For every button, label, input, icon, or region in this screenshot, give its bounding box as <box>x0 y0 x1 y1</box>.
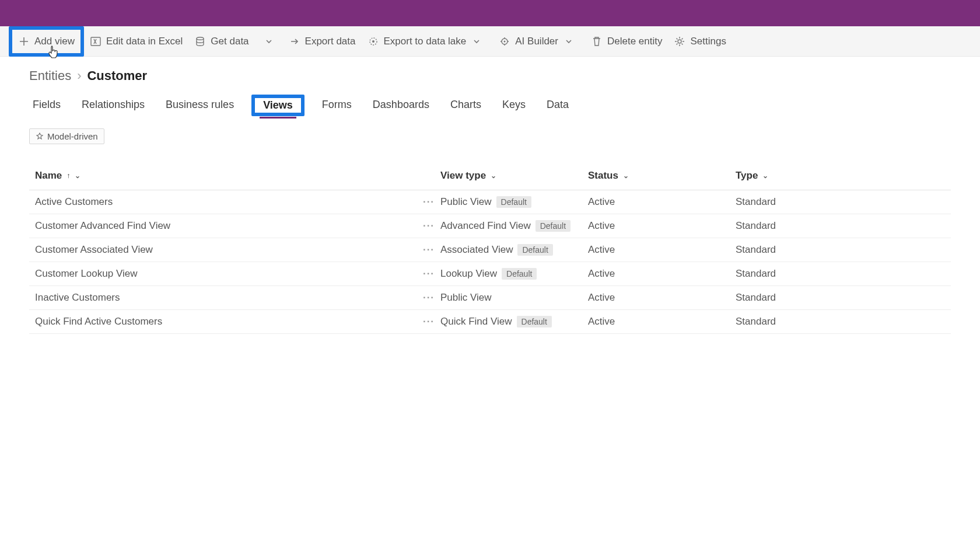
cell-type: Standard <box>736 268 945 280</box>
col-header-status[interactable]: Status ⌄ <box>588 170 736 182</box>
plus-icon <box>18 36 30 47</box>
export-lake-label: Export to data lake <box>384 36 467 47</box>
col-header-type[interactable]: Type ⌄ <box>736 170 945 182</box>
table-row[interactable]: Active Customers···Public ViewDefaultAct… <box>29 190 951 214</box>
breadcrumb-root[interactable]: Entities <box>29 68 71 83</box>
col-header-view-type[interactable]: View type ⌄ <box>440 170 588 182</box>
default-badge: Default <box>496 196 531 208</box>
cell-name[interactable]: Customer Associated View <box>35 244 417 256</box>
svg-point-5 <box>504 40 506 42</box>
delete-entity-label: Delete entity <box>607 36 663 47</box>
app-top-bar <box>0 0 980 26</box>
sort-asc-icon: ↑ <box>66 172 70 180</box>
settings-button[interactable]: Settings <box>668 30 732 53</box>
cell-view-type: Associated ViewDefault <box>440 244 588 256</box>
chevron-down-icon: ⌄ <box>491 172 496 180</box>
tab-forms[interactable]: Forms <box>318 94 355 117</box>
breadcrumb: Entities › Customer <box>29 64 951 89</box>
table-row[interactable]: Customer Advanced Find View···Advanced F… <box>29 214 951 238</box>
cell-name[interactable]: Quick Find Active Customers <box>35 316 417 327</box>
cell-name[interactable]: Customer Lookup View <box>35 268 417 280</box>
cell-status: Active <box>588 244 736 256</box>
row-more-button[interactable]: ··· <box>417 268 440 280</box>
row-more-button[interactable]: ··· <box>417 220 440 232</box>
default-badge: Default <box>517 244 552 256</box>
table-row[interactable]: Quick Find Active Customers···Quick Find… <box>29 310 951 334</box>
row-more-button[interactable]: ··· <box>417 196 440 208</box>
svg-point-6 <box>678 40 681 43</box>
default-badge: Default <box>536 220 570 232</box>
table-row[interactable]: Customer Lookup View···Lookup ViewDefaul… <box>29 262 951 286</box>
excel-icon <box>90 36 102 47</box>
tab-dashboards[interactable]: Dashboards <box>369 94 433 117</box>
cell-view-type: Advanced Find ViewDefault <box>440 220 588 232</box>
cell-type: Standard <box>736 316 945 327</box>
delete-entity-button[interactable]: Delete entity <box>585 30 668 53</box>
filter-chip-label: Model-driven <box>47 131 98 141</box>
col-header-type-label: Type <box>736 170 758 182</box>
lake-icon <box>368 36 379 47</box>
cell-status: Active <box>588 220 736 232</box>
ai-builder-button[interactable]: AI Builder <box>493 30 585 53</box>
col-header-name[interactable]: Name ↑ ⌄ <box>35 170 417 182</box>
tab-charts[interactable]: Charts <box>447 94 485 117</box>
edit-excel-label: Edit data in Excel <box>106 36 183 47</box>
content-area: Entities › Customer Fields Relationships… <box>0 57 980 334</box>
database-icon <box>194 36 206 47</box>
add-view-label: Add view <box>34 36 75 47</box>
row-more-button[interactable]: ··· <box>417 244 440 256</box>
tab-views[interactable]: Views <box>260 95 296 119</box>
settings-label: Settings <box>690 36 726 47</box>
export-data-label: Export data <box>305 36 356 47</box>
col-header-status-label: Status <box>588 170 618 182</box>
svg-point-3 <box>372 40 374 43</box>
tab-keys[interactable]: Keys <box>499 94 529 117</box>
filter-chip-model-driven[interactable]: Model-driven <box>29 128 104 144</box>
ai-icon <box>499 36 510 47</box>
gear-icon <box>674 36 685 47</box>
export-lake-button[interactable]: Export to data lake <box>362 30 494 53</box>
export-data-button[interactable]: Export data <box>283 30 362 53</box>
table-header-row: Name ↑ ⌄ View type ⌄ Status ⌄ Type ⌄ <box>29 170 951 190</box>
tab-fields[interactable]: Fields <box>29 94 64 117</box>
views-table: Name ↑ ⌄ View type ⌄ Status ⌄ Type ⌄ Act… <box>29 170 951 334</box>
cell-status: Active <box>588 196 736 208</box>
cell-type: Standard <box>736 220 945 232</box>
highlight-add-view: Add view <box>9 26 84 57</box>
chevron-down-icon: ⌄ <box>623 172 629 180</box>
tab-relationships[interactable]: Relationships <box>78 94 148 117</box>
edit-excel-button[interactable]: Edit data in Excel <box>84 30 188 53</box>
row-more-button[interactable]: ··· <box>417 316 440 327</box>
cell-status: Active <box>588 316 736 327</box>
tab-data[interactable]: Data <box>543 94 572 117</box>
cell-name[interactable]: Inactive Customers <box>35 292 417 304</box>
cell-view-type: Lookup ViewDefault <box>440 268 588 280</box>
table-row[interactable]: Customer Associated View···Associated Vi… <box>29 238 951 262</box>
default-badge: Default <box>517 316 552 327</box>
cell-name[interactable]: Customer Advanced Find View <box>35 220 417 232</box>
chevron-down-icon <box>471 36 482 47</box>
export-icon <box>289 36 300 47</box>
get-data-split-button[interactable] <box>255 30 283 53</box>
chevron-down-icon <box>563 36 575 47</box>
highlight-views-tab: Views <box>251 95 304 116</box>
row-more-button[interactable]: ··· <box>417 292 440 304</box>
chevron-down-icon: ⌄ <box>762 172 768 180</box>
col-header-name-label: Name <box>35 170 62 182</box>
cell-view-type: Quick Find ViewDefault <box>440 316 588 327</box>
breadcrumb-current: Customer <box>87 68 147 83</box>
trash-icon <box>591 36 603 47</box>
cell-name[interactable]: Active Customers <box>35 196 417 208</box>
get-data-button[interactable]: Get data <box>188 30 254 53</box>
default-badge: Default <box>502 268 537 280</box>
chevron-down-icon: ⌄ <box>75 172 80 180</box>
cell-view-type: Public ViewDefault <box>440 196 588 208</box>
add-view-button[interactable]: Add view <box>12 30 80 53</box>
cell-status: Active <box>588 268 736 280</box>
chevron-down-icon <box>263 36 275 47</box>
table-row[interactable]: Inactive Customers···Public ViewActiveSt… <box>29 286 951 310</box>
ai-builder-label: AI Builder <box>515 36 558 47</box>
entity-tabs: Fields Relationships Business rules View… <box>29 89 951 125</box>
tab-business-rules[interactable]: Business rules <box>162 94 237 117</box>
get-data-label: Get data <box>211 36 249 47</box>
